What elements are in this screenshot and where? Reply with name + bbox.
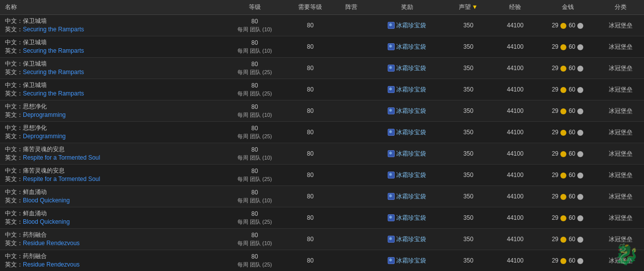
col-header-req-level[interactable]: 需要等级 <box>287 0 333 15</box>
quest-name-cell: 中文：保卫城墙 英文：Securing the Ramparts <box>0 15 222 36</box>
quest-faction-cell <box>334 36 369 58</box>
quest-reward-cell: 冰霜珍宝袋 <box>369 15 445 36</box>
gold-coin-icon <box>560 151 566 157</box>
quest-en-name: 英文：Residue Rendezvous <box>5 239 218 248</box>
quest-money-cell: 29 60 <box>538 15 597 36</box>
col-header-category[interactable]: 分类 <box>597 0 644 15</box>
quest-rep-cell: 350 <box>445 100 492 122</box>
quest-req-level-cell: 80 <box>287 100 333 122</box>
gold-coin-icon <box>560 108 566 114</box>
table-row[interactable]: 中文：痛苦灵魂的安息 英文：Respite for a Tormented So… <box>0 165 644 186</box>
table-row[interactable]: 中文：痛苦灵魂的安息 英文：Respite for a Tormented So… <box>0 143 644 165</box>
gold-coin-icon <box>560 215 566 221</box>
quest-money-cell: 29 60 <box>538 36 597 58</box>
quest-reward-cell: 冰霜珍宝袋 <box>369 79 445 100</box>
money-silver-amount: 60 <box>569 107 575 114</box>
money-gold-amount: 29 <box>552 236 558 243</box>
col-header-xp[interactable]: 经验 <box>492 0 538 15</box>
reward-text[interactable]: 冰霜珍宝袋 <box>396 65 426 72</box>
reward-text[interactable]: 冰霜珍宝袋 <box>396 214 426 221</box>
quest-req-level-cell: 80 <box>287 122 333 143</box>
quest-cn-name: 中文：药剂融合 <box>5 252 218 261</box>
silver-coin-icon <box>577 87 583 93</box>
quest-xp-cell: 44100 <box>492 79 538 100</box>
quest-en-name: 英文：Securing the Ramparts <box>5 47 218 55</box>
quest-reward-cell: 冰霜珍宝袋 <box>369 100 445 122</box>
gold-coin-icon <box>560 23 566 29</box>
gold-coin-icon <box>560 237 566 243</box>
money-silver-amount: 60 <box>569 86 575 93</box>
quest-name-cell: 中文：保卫城墙 英文：Securing the Ramparts <box>0 36 222 58</box>
col-header-money[interactable]: 金钱 <box>538 0 597 15</box>
quest-name-cell: 中文：药剂融合 英文：Residue Rendezvous <box>0 229 222 250</box>
col-header-faction[interactable]: 阵营 <box>334 0 369 15</box>
quest-en-name: 英文：Respite for a Tormented Soul <box>5 154 218 162</box>
silver-coin-icon <box>577 66 583 72</box>
table-row[interactable]: 中文：思想净化 英文：Deprogramming 80每周 团队 (25)80冰… <box>0 122 644 143</box>
quest-name-cell: 中文：保卫城墙 英文：Securing the Ramparts <box>0 58 222 79</box>
reward-text[interactable]: 冰霜珍宝袋 <box>396 107 426 114</box>
quest-level-cell: 80每周 团队 (25) <box>222 58 287 79</box>
table-row[interactable]: 中文：药剂融合 英文：Residue Rendezvous 80每周 团队 (2… <box>0 250 644 271</box>
reward-icon <box>388 193 395 200</box>
quest-name-cell: 中文：鲜血涌动 英文：Blood Quickening <box>0 207 222 229</box>
money-silver-amount: 60 <box>569 193 575 200</box>
quest-faction-cell <box>334 143 369 165</box>
table-row[interactable]: 中文：保卫城墙 英文：Securing the Ramparts 80每周 团队… <box>0 36 644 58</box>
reward-text[interactable]: 冰霜珍宝袋 <box>396 150 426 157</box>
table-row[interactable]: 中文：保卫城墙 英文：Securing the Ramparts 80每周 团队… <box>0 58 644 79</box>
quest-level-cell: 80每周 团队 (25) <box>222 207 287 229</box>
quest-category-cell: 冰冠堡垒 <box>597 122 644 143</box>
quest-xp-cell: 44100 <box>492 122 538 143</box>
quest-level-cell: 80每周 团队 (10) <box>222 100 287 122</box>
quest-money-cell: 29 60 <box>538 186 597 207</box>
table-header-row: 名称 等级 需要等级 阵营 奖励 声望▼ 经验 金钱 分类 <box>0 0 644 15</box>
gold-coin-icon <box>560 130 566 136</box>
quest-en-name: 英文：Residue Rendezvous <box>5 261 218 269</box>
quest-cn-name: 中文：保卫城墙 <box>5 81 218 90</box>
col-header-name[interactable]: 名称 <box>0 0 222 15</box>
table-row[interactable]: 中文：保卫城墙 英文：Securing the Ramparts 80每周 团队… <box>0 79 644 100</box>
col-header-rep[interactable]: 声望▼ <box>445 0 492 15</box>
reward-text[interactable]: 冰霜珍宝袋 <box>396 22 426 29</box>
table-body: 中文：保卫城墙 英文：Securing the Ramparts 80每周 团队… <box>0 15 644 271</box>
reward-icon <box>388 214 395 221</box>
quest-category-cell: 冰冠堡垒 <box>597 186 644 207</box>
silver-coin-icon <box>577 173 583 179</box>
quest-name-cell: 中文：保卫城墙 英文：Securing the Ramparts <box>0 79 222 100</box>
table-row[interactable]: 中文：鲜血涌动 英文：Blood Quickening 80每周 团队 (10)… <box>0 186 644 207</box>
quest-rep-cell: 350 <box>445 229 492 250</box>
money-gold-amount: 29 <box>552 86 558 93</box>
reward-text[interactable]: 冰霜珍宝袋 <box>396 86 426 93</box>
table-row[interactable]: 中文：药剂融合 英文：Residue Rendezvous 80每周 团队 (1… <box>0 229 644 250</box>
table-row[interactable]: 中文：鲜血涌动 英文：Blood Quickening 80每周 团队 (25)… <box>0 207 644 229</box>
quest-reward-cell: 冰霜珍宝袋 <box>369 229 445 250</box>
money-gold-amount: 29 <box>552 150 558 157</box>
col-header-reward[interactable]: 奖励 <box>369 0 445 15</box>
quest-req-level-cell: 80 <box>287 79 333 100</box>
quest-req-level-cell: 80 <box>287 143 333 165</box>
reward-text[interactable]: 冰霜珍宝袋 <box>396 236 426 243</box>
quest-xp-cell: 44100 <box>492 229 538 250</box>
quest-reward-cell: 冰霜珍宝袋 <box>369 58 445 79</box>
quest-cn-name: 中文：药剂融合 <box>5 231 218 239</box>
reward-text[interactable]: 冰霜珍宝袋 <box>396 193 426 200</box>
quest-reward-cell: 冰霜珍宝袋 <box>369 207 445 229</box>
quest-cn-name: 中文：鲜血涌动 <box>5 209 218 218</box>
money-gold-amount: 29 <box>552 172 558 179</box>
col-header-level[interactable]: 等级 <box>222 0 287 15</box>
quest-rep-cell: 350 <box>445 165 492 186</box>
reward-text[interactable]: 冰霜珍宝袋 <box>396 257 426 264</box>
quest-faction-cell <box>334 229 369 250</box>
quest-req-level-cell: 80 <box>287 207 333 229</box>
reward-text[interactable]: 冰霜珍宝袋 <box>396 43 426 50</box>
reward-text[interactable]: 冰霜珍宝袋 <box>396 129 426 136</box>
quest-rep-cell: 350 <box>445 79 492 100</box>
table-row[interactable]: 中文：保卫城墙 英文：Securing the Ramparts 80每周 团队… <box>0 15 644 36</box>
reward-text[interactable]: 冰霜珍宝袋 <box>396 172 426 179</box>
quest-en-name: 英文：Securing the Ramparts <box>5 90 218 98</box>
reward-icon <box>388 107 395 114</box>
reward-icon <box>388 22 395 29</box>
quest-category-cell: 冰冠堡垒 <box>597 207 644 229</box>
table-row[interactable]: 中文：思想净化 英文：Deprogramming 80每周 团队 (10)80冰… <box>0 100 644 122</box>
